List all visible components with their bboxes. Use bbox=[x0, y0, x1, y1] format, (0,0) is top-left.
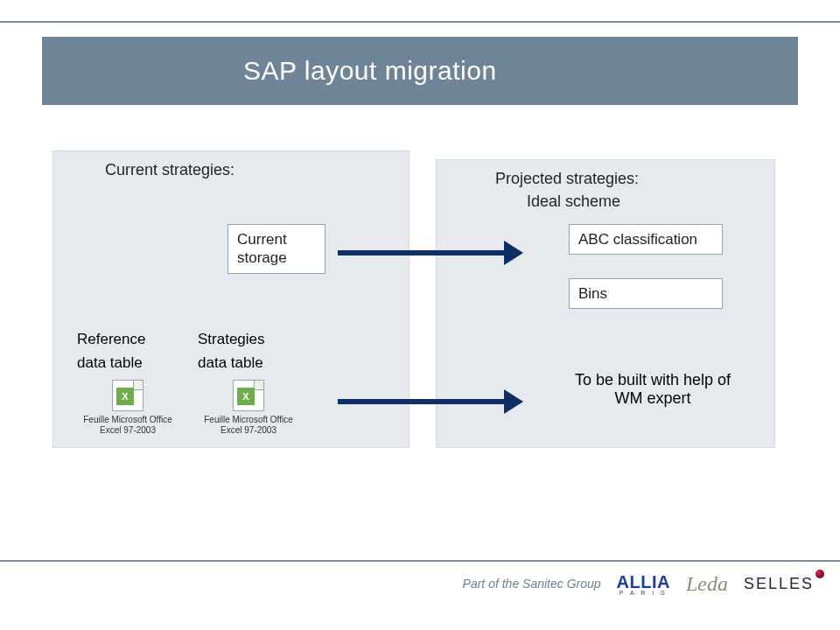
label-reference-line2: data table bbox=[77, 354, 143, 371]
excel-file-icon: X bbox=[112, 380, 144, 411]
label-strategies-line2: data table bbox=[198, 354, 263, 371]
arrow-icon bbox=[338, 399, 504, 404]
heading-projected-strategies: Projected strategies: bbox=[495, 170, 714, 188]
top-rule bbox=[0, 21, 840, 23]
arrow-icon bbox=[338, 250, 504, 256]
label-reference-data-table: Reference data table bbox=[77, 327, 182, 374]
footer-sanitec: Part of the Sanitec Group bbox=[463, 577, 601, 591]
title-bar: SAP layout migration bbox=[42, 37, 798, 105]
label-strategies-data-table: Strategies data table bbox=[198, 327, 303, 374]
allia-subtext: P A R I S bbox=[617, 590, 670, 596]
slide-title: SAP layout migration bbox=[243, 56, 497, 86]
logo-selles: SELLES bbox=[744, 575, 814, 593]
embed-caption: Feuille Microsoft Office Excel 97-2003 bbox=[192, 415, 304, 435]
logo-leda: Leda bbox=[686, 572, 728, 596]
note-wm-expert: To be built with help of WM expert bbox=[565, 371, 740, 408]
box-abc-classification: ABC classification bbox=[569, 224, 723, 255]
logo-allia: ALLIA P A R I S bbox=[617, 572, 670, 596]
allia-text: ALLIA bbox=[617, 572, 670, 592]
box-current-storage: Current storage bbox=[228, 224, 326, 274]
embedded-excel-strategies[interactable]: X Feuille Microsoft Office Excel 97-2003 bbox=[192, 380, 304, 435]
embedded-excel-reference[interactable]: X Feuille Microsoft Office Excel 97-2003 bbox=[72, 380, 184, 435]
subheading-ideal-scheme: Ideal scheme bbox=[527, 192, 702, 211]
heading-current-strategies: Current strategies: bbox=[105, 161, 280, 179]
slide: SAP layout migration Current strategies:… bbox=[0, 0, 840, 630]
box-bins: Bins bbox=[569, 278, 723, 309]
label-reference-line1: Reference bbox=[77, 331, 145, 347]
embed-caption: Feuille Microsoft Office Excel 97-2003 bbox=[72, 415, 184, 435]
label-strategies-line1: Strategies bbox=[198, 331, 265, 347]
excel-file-icon: X bbox=[233, 380, 264, 411]
footer: Part of the Sanitec Group ALLIA P A R I … bbox=[0, 560, 840, 600]
